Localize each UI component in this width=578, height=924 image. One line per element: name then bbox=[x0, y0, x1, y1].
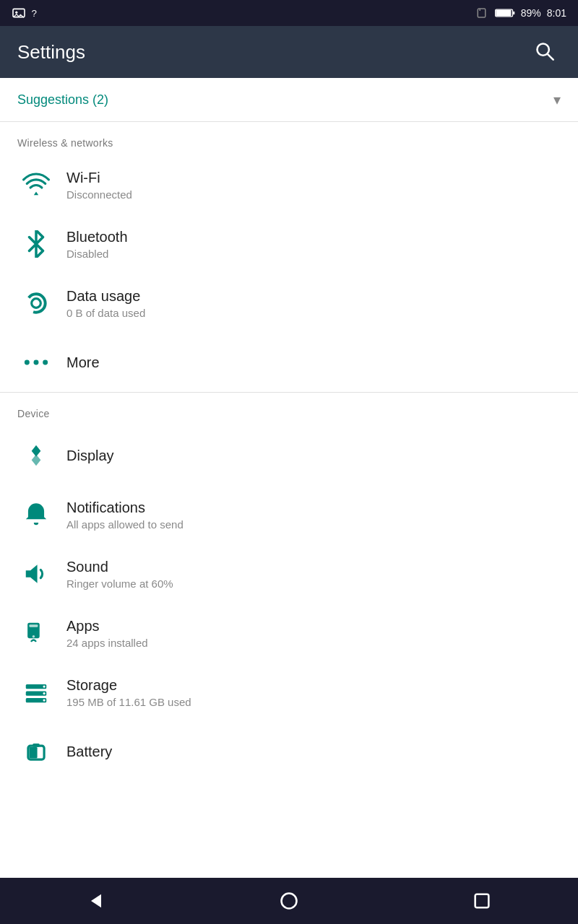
battery-icon bbox=[495, 7, 515, 19]
display-icon bbox=[17, 442, 55, 469]
settings-item-notifications[interactable]: Notifications All apps allowed to send bbox=[0, 485, 578, 544]
wifi-title: Wi-Fi bbox=[66, 170, 561, 186]
home-icon bbox=[279, 891, 299, 911]
settings-item-apps[interactable]: Apps 24 apps installed bbox=[0, 603, 578, 663]
svg-marker-16 bbox=[26, 565, 38, 583]
notifications-subtitle: All apps allowed to send bbox=[66, 518, 561, 531]
svg-point-24 bbox=[43, 692, 46, 694]
data-usage-title: Data usage bbox=[66, 288, 561, 305]
settings-item-wifi[interactable]: Wi-Fi Disconnected bbox=[0, 155, 578, 214]
section-device-header: Device bbox=[0, 393, 578, 426]
wifi-subtitle: Disconnected bbox=[66, 188, 561, 201]
storage-subtitle: 195 MB of 11.61 GB used bbox=[66, 696, 561, 708]
storage-icon bbox=[17, 679, 55, 706]
status-bar-left: ? bbox=[12, 6, 470, 19]
wifi-question-icon: ? bbox=[30, 6, 43, 19]
svg-point-19 bbox=[33, 635, 35, 638]
back-icon bbox=[86, 891, 106, 911]
svg-text:?: ? bbox=[32, 8, 38, 19]
sound-icon bbox=[17, 560, 55, 588]
battery-title: Battery bbox=[66, 744, 561, 760]
svg-point-1 bbox=[15, 12, 17, 14]
svg-point-14 bbox=[34, 360, 39, 365]
svg-rect-27 bbox=[30, 747, 38, 759]
svg-point-30 bbox=[281, 894, 296, 909]
recents-icon bbox=[472, 891, 492, 911]
apps-subtitle: 24 apps installed bbox=[66, 637, 561, 649]
svg-rect-28 bbox=[33, 744, 40, 747]
nav-bar bbox=[0, 878, 578, 924]
chevron-down-icon: ▾ bbox=[553, 91, 561, 108]
settings-item-data-usage[interactable]: Data usage 0 B of data used bbox=[0, 274, 578, 333]
bluetooth-title: Bluetooth bbox=[66, 229, 561, 245]
clock: 8:01 bbox=[547, 7, 566, 19]
wifi-icon bbox=[17, 171, 55, 199]
display-title: Display bbox=[66, 448, 561, 464]
svg-point-23 bbox=[43, 686, 46, 688]
settings-item-storage[interactable]: Storage 195 MB of 11.61 GB used bbox=[0, 663, 578, 722]
home-button[interactable] bbox=[250, 882, 328, 920]
notifications-icon bbox=[17, 501, 55, 528]
wifi-item-content: Wi-Fi Disconnected bbox=[55, 170, 561, 201]
bluetooth-item-content: Bluetooth Disabled bbox=[55, 229, 561, 260]
apps-item-content: Apps 24 apps installed bbox=[55, 618, 561, 649]
notifications-title: Notifications bbox=[66, 500, 561, 516]
more-title: More bbox=[66, 354, 561, 371]
apps-title: Apps bbox=[66, 618, 561, 635]
gallery-icon bbox=[12, 7, 26, 19]
svg-point-25 bbox=[43, 699, 46, 702]
display-item-content: Display bbox=[55, 448, 561, 464]
storage-item-content: Storage 195 MB of 11.61 GB used bbox=[55, 677, 561, 708]
notifications-item-content: Notifications All apps allowed to send bbox=[55, 500, 561, 531]
battery-item-content: Battery bbox=[55, 744, 561, 760]
section-device-title: Device bbox=[17, 408, 50, 419]
status-bar: ? 89% 8:01 bbox=[0, 0, 578, 26]
battery-settings-icon bbox=[17, 738, 55, 765]
section-wireless-title: Wireless & networks bbox=[17, 137, 113, 149]
sound-title: Sound bbox=[66, 559, 561, 575]
battery-percent: 89% bbox=[521, 7, 541, 19]
svg-point-11 bbox=[27, 294, 45, 312]
bluetooth-subtitle: Disabled bbox=[66, 248, 561, 260]
svg-point-12 bbox=[32, 299, 41, 308]
recents-button[interactable] bbox=[443, 882, 521, 920]
sim-icon bbox=[476, 7, 489, 19]
svg-marker-29 bbox=[91, 894, 101, 908]
storage-title: Storage bbox=[66, 677, 561, 694]
search-button[interactable] bbox=[529, 35, 561, 69]
app-header: Settings bbox=[0, 26, 578, 78]
back-button[interactable] bbox=[57, 882, 135, 920]
search-icon bbox=[535, 41, 555, 61]
settings-item-more[interactable]: More bbox=[0, 333, 578, 392]
sound-item-content: Sound Ringer volume at 60% bbox=[55, 559, 561, 590]
sound-subtitle: Ringer volume at 60% bbox=[66, 578, 561, 590]
page-title: Settings bbox=[17, 41, 85, 64]
settings-item-battery[interactable]: Battery bbox=[0, 722, 578, 781]
apps-icon bbox=[17, 619, 55, 647]
settings-item-display[interactable]: Display bbox=[0, 426, 578, 485]
suggestions-row[interactable]: Suggestions (2) ▾ bbox=[0, 78, 578, 122]
svg-rect-18 bbox=[30, 624, 38, 627]
more-item-content: More bbox=[55, 354, 561, 371]
data-usage-item-content: Data usage 0 B of data used bbox=[55, 288, 561, 319]
settings-item-bluetooth[interactable]: Bluetooth Disabled bbox=[0, 214, 578, 274]
svg-rect-6 bbox=[496, 10, 511, 16]
more-icon bbox=[17, 349, 55, 376]
section-wireless-header: Wireless & networks bbox=[0, 122, 578, 155]
suggestions-label: Suggestions (2) bbox=[17, 92, 108, 108]
status-icons: 89% 8:01 bbox=[476, 7, 566, 19]
svg-marker-10 bbox=[34, 192, 38, 196]
svg-rect-7 bbox=[512, 12, 514, 14]
svg-point-15 bbox=[43, 360, 48, 365]
svg-line-9 bbox=[548, 54, 553, 60]
svg-rect-3 bbox=[478, 9, 486, 17]
main-content: Suggestions (2) ▾ Wireless & networks Wi… bbox=[0, 78, 578, 878]
svg-point-13 bbox=[25, 360, 30, 365]
settings-item-sound[interactable]: Sound Ringer volume at 60% bbox=[0, 544, 578, 603]
data-usage-subtitle: 0 B of data used bbox=[66, 307, 561, 319]
bluetooth-icon bbox=[17, 230, 55, 258]
svg-rect-31 bbox=[475, 894, 488, 908]
data-usage-icon bbox=[17, 289, 55, 317]
